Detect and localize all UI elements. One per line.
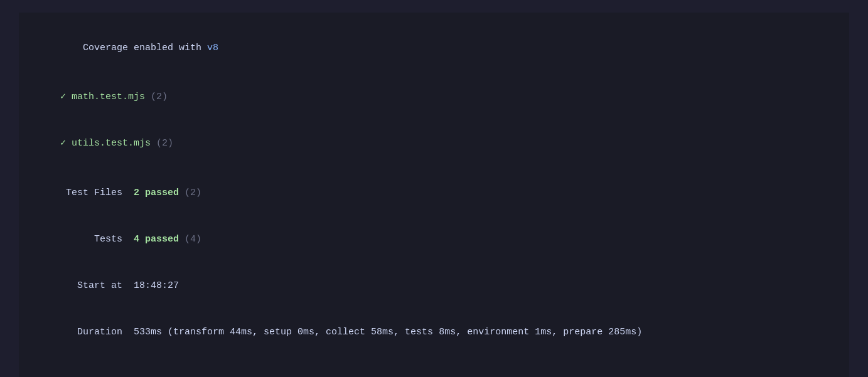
duration-label: Duration bbox=[60, 327, 134, 337]
test-file-2-count bbox=[151, 138, 156, 149]
tests-value: 4 passed bbox=[134, 234, 179, 245]
tests-label: Tests bbox=[60, 234, 134, 245]
test-file-1-name: math.test.mjs bbox=[72, 92, 145, 102]
test-file-2-name: utils.test.mjs bbox=[72, 138, 151, 149]
test-files-value: 2 passed bbox=[134, 188, 179, 198]
check-icon-2: ✓ bbox=[60, 138, 72, 149]
duration-value: 533ms (transform 44ms, setup 0ms, collec… bbox=[134, 327, 642, 337]
summary-duration: Duration 533ms (transform 44ms, setup 0m… bbox=[38, 310, 830, 356]
check-icon-1: ✓ bbox=[60, 92, 72, 102]
test-file-1-count bbox=[145, 92, 151, 102]
test-file-2: ✓ utils.test.mjs (2) bbox=[38, 121, 830, 167]
summary-test-files: Test Files 2 passed (2) bbox=[38, 170, 830, 216]
summary-tests: Tests 4 passed (4) bbox=[38, 216, 830, 263]
test-files-count bbox=[179, 188, 185, 198]
test-file-1: ✓ math.test.mjs (2) bbox=[38, 74, 830, 120]
test-files-label: Test Files bbox=[60, 188, 134, 198]
coverage-enabled-line: Coverage enabled with v8 bbox=[38, 25, 830, 72]
coverage-report-header: % Coverage report from v8 bbox=[38, 359, 830, 377]
coverage-engine: v8 bbox=[207, 43, 218, 53]
terminal-output: Coverage enabled with v8 ✓ math.test.mjs… bbox=[19, 13, 849, 377]
coverage-label: Coverage enabled with bbox=[60, 43, 207, 53]
start-label: Start at bbox=[60, 280, 134, 291]
tests-count bbox=[179, 234, 185, 245]
start-value: 18:48:27 bbox=[134, 280, 179, 291]
summary-start: Start at 18:48:27 bbox=[38, 263, 830, 309]
